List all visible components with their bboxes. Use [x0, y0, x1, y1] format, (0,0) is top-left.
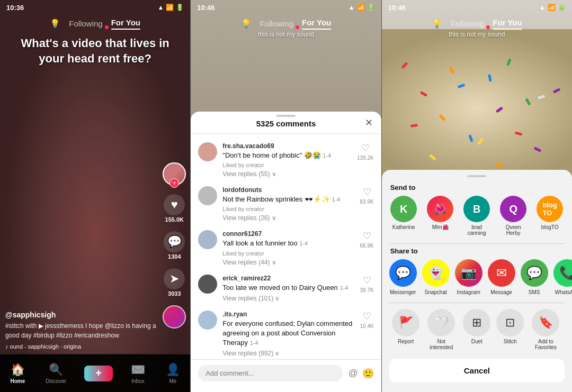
report-label: Report — [398, 339, 414, 344]
wifi-icon-2: 📶 — [357, 4, 365, 11]
for-you-tab[interactable]: For You — [111, 18, 140, 30]
comment-avatar[interactable] — [198, 186, 217, 205]
following-tab-3[interactable]: Following — [451, 19, 484, 28]
share-whatsapp[interactable]: 📞 WhatsApp — [553, 259, 572, 295]
favorites-label: Add to Favorites — [530, 339, 561, 350]
inbox-label: Inbox — [131, 378, 144, 384]
close-button[interactable]: ✕ — [365, 117, 373, 129]
sprinkle — [477, 138, 484, 145]
comment-item: fre.sha.vacado69 "Don't be home of phobi… — [191, 138, 381, 182]
emoji-icon[interactable]: 🙂 — [362, 368, 374, 379]
following-tab[interactable]: Following — [69, 19, 102, 28]
status-icons-2: ▲ 📶 🔋 — [348, 4, 375, 11]
bulb-icon[interactable]: 💡 — [50, 19, 60, 29]
following-tab-2[interactable]: Following — [260, 19, 293, 28]
send-contact-3[interactable]: B brad canning — [462, 196, 491, 236]
panel-2: 10:46 ▲ 📶 🔋 💡 Following For You this is … — [190, 0, 381, 392]
share-instagram[interactable]: 📷 Instagram — [455, 259, 482, 295]
view-replies[interactable]: View replies (44) ∨ — [222, 259, 354, 266]
home-nav-item[interactable]: 🏠 Home — [10, 363, 25, 384]
view-replies[interactable]: View replies (26) ∨ — [222, 214, 354, 222]
view-replies[interactable]: View replies (101) ∨ — [222, 295, 354, 302]
send-to-row: K Katherine 🌺 Mlm🌺 B brad canning Q Qvee… — [382, 196, 572, 243]
send-contact-2[interactable]: 🌺 Mlm🌺 — [426, 196, 455, 236]
like-button[interactable]: ♥ — [164, 194, 185, 215]
comment-avatar[interactable] — [198, 311, 217, 330]
battery-icon-2: 🔋 — [367, 4, 375, 11]
comment-username[interactable]: connor61267 — [222, 230, 354, 238]
share-to-title: Share to — [382, 244, 572, 259]
comment-avatar[interactable] — [198, 275, 217, 294]
bulb-icon-3[interactable]: 💡 — [432, 19, 442, 29]
share-message[interactable]: ✉ Message — [488, 259, 515, 295]
comment-like-group[interactable]: ♡ 66.9K — [360, 230, 374, 249]
inbox-nav-item[interactable]: ✉️ Inbox — [131, 363, 145, 384]
home-label: Home — [10, 378, 25, 384]
comment-text: "Don't be home of phobic" 🤣😭 1-4 — [222, 151, 352, 160]
comment-username[interactable]: fre.sha.vacado69 — [222, 142, 352, 150]
comment-like-group[interactable]: ♡ 39.7K — [360, 275, 374, 293]
message-label: Message — [490, 289, 512, 295]
comment-username[interactable]: lordofdonuts — [222, 186, 354, 194]
share-button[interactable]: ➤ — [164, 268, 185, 289]
creator-username[interactable]: @sapphicsigh — [5, 311, 158, 319]
heart-icon[interactable]: ♡ — [363, 275, 371, 286]
comment-avatar[interactable] — [198, 142, 217, 161]
share-snapchat[interactable]: 👻 Snapchat — [422, 259, 450, 295]
action-not-interested[interactable]: 🤍 Not interested — [425, 309, 457, 350]
creator-avatar[interactable]: + — [163, 162, 186, 186]
bottom-nav: 🏠 Home 🔍 Discover + ✉️ Inbox 👤 Me — [0, 354, 190, 392]
share-messenger[interactable]: 💬 Messenger — [389, 259, 417, 295]
share-group[interactable]: ➤ 3033 — [164, 268, 185, 297]
sprinkle — [410, 124, 418, 127]
heart-icon[interactable]: ♡ — [363, 186, 371, 198]
comment-avatar[interactable] — [198, 230, 217, 249]
heart-icon[interactable]: ♡ — [363, 311, 371, 322]
send-contact-5[interactable]: blogTO blogTO — [535, 196, 565, 236]
message-icon: ✉ — [488, 259, 515, 287]
messenger-label: Messenger — [390, 289, 416, 295]
heart-icon[interactable]: ♡ — [363, 230, 371, 242]
action-duet[interactable]: ⊞ Duet — [463, 309, 490, 350]
action-favorites[interactable]: 🔖 Add to Favorites — [530, 309, 561, 350]
instagram-icon: 📷 — [455, 259, 482, 287]
action-stitch[interactable]: ⊡ Stitch — [496, 309, 524, 350]
comment-body: erick_ramirez22 Too late we moved on to … — [222, 275, 354, 302]
for-you-tab-3[interactable]: For You — [493, 18, 522, 30]
view-replies[interactable]: View replies (55) ∨ — [222, 170, 352, 178]
signal-icon-2: ▲ — [348, 4, 355, 11]
cancel-button[interactable]: Cancel — [389, 359, 565, 382]
time-2: 10:46 — [197, 4, 215, 12]
comment-like-group[interactable]: ♡ 10.4K — [360, 311, 374, 329]
create-button[interactable]: + — [87, 366, 110, 381]
at-icon[interactable]: @ — [348, 368, 358, 379]
comment-username[interactable]: erick_ramirez22 — [222, 275, 354, 282]
contact-name-2: Mlm🌺 — [432, 224, 449, 230]
comment-group[interactable]: 💬 1304 — [164, 231, 185, 260]
stitch-icon: ⊡ — [496, 309, 524, 336]
comment-like-group[interactable]: ♡ 139.2K — [357, 142, 374, 161]
comment-button[interactable]: 💬 — [164, 231, 185, 252]
share-sms[interactable]: 💬 SMS — [521, 259, 548, 295]
heart-group[interactable]: ♥ 155.0K — [164, 194, 185, 223]
create-nav-item[interactable]: + — [87, 366, 110, 381]
follow-plus[interactable]: + — [169, 178, 179, 188]
discover-label: Discover — [46, 378, 66, 384]
heart-icon[interactable]: ♡ — [361, 142, 370, 154]
me-nav-item[interactable]: 👤 Me — [166, 363, 180, 384]
view-replies[interactable]: View replies (892) ∨ — [222, 350, 354, 357]
send-contact-1[interactable]: K Katherine — [389, 196, 418, 236]
for-you-tab-2[interactable]: For You — [302, 18, 331, 30]
comment-username[interactable]: .its.ryan — [222, 311, 354, 318]
comment-input[interactable] — [198, 365, 343, 381]
not-interested-label: Not interested — [425, 339, 457, 350]
liked-by: Liked by creator — [222, 250, 354, 257]
send-contact-4[interactable]: Q Qveen Herby — [499, 196, 528, 236]
like-count-5: 10.4K — [360, 323, 374, 329]
contact-name-1: Katherine — [392, 224, 415, 230]
bulb-icon-2[interactable]: 💡 — [241, 19, 252, 29]
contact-avatar-5: blogTO — [537, 196, 563, 222]
comment-like-group[interactable]: ♡ 83.9K — [360, 186, 374, 205]
discover-nav-item[interactable]: 🔍 Discover — [46, 363, 66, 384]
action-report[interactable]: 🚩 Report — [392, 309, 419, 350]
